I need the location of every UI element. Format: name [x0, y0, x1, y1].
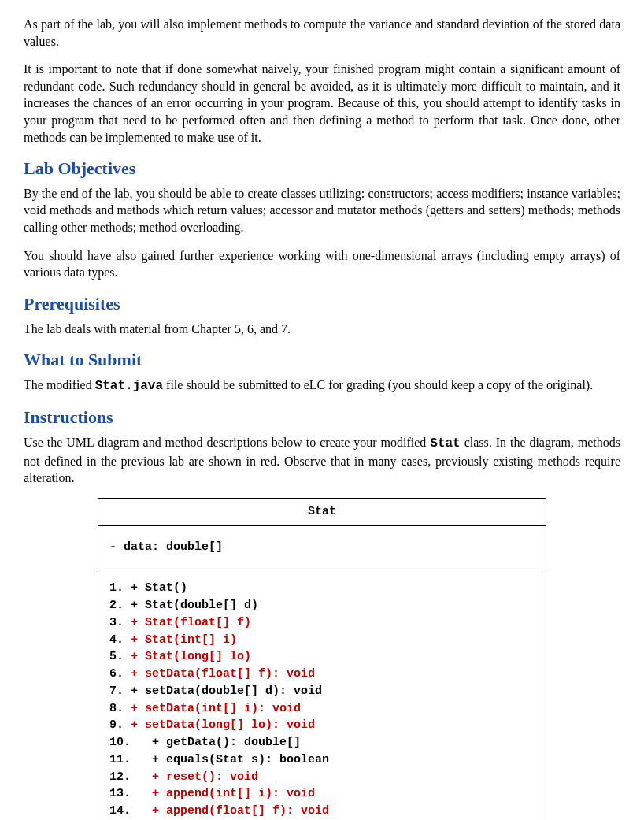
uml-method-number: 7.: [109, 685, 124, 698]
uml-method-signature: + getData(): double[]: [152, 736, 301, 749]
uml-method-row: 10. + getData(): double[]: [109, 734, 535, 751]
uml-method-signature: + append(int[] i): void: [152, 787, 315, 800]
uml-attribute-data: - data: double[]: [109, 539, 535, 556]
uml-method-row: 3. + Stat(float[] f): [109, 614, 535, 632]
uml-method-row: 7. + setData(double[] d): void: [109, 683, 535, 700]
objectives-paragraph-2: You should have also gained further expe…: [24, 247, 620, 281]
uml-method-row: 8. + setData(int[] i): void: [109, 700, 535, 718]
submit-paragraph: The modified Stat.java file should be su…: [24, 377, 620, 395]
uml-method-number: 12.: [109, 770, 131, 784]
uml-method-row: 2. + Stat(double[] d): [109, 597, 535, 614]
uml-method-number: 8.: [109, 702, 124, 715]
uml-methods: 1. + Stat()2. + Stat(double[] d)3. + Sta…: [98, 570, 546, 820]
uml-method-row: 6. + setData(float[] f): void: [109, 666, 535, 683]
uml-diagram: Stat - data: double[] 1. + Stat()2. + St…: [98, 498, 546, 820]
instructions-text-before: Use the UML diagram and method descripti…: [24, 436, 430, 449]
uml-method-number: 14.: [109, 804, 131, 818]
uml-method-signature: + Stat(int[] i): [131, 633, 237, 647]
intro-paragraph-2: It is important to note that if done som…: [24, 61, 620, 146]
uml-class-name: Stat: [98, 499, 546, 526]
uml-method-signature: + setData(float[] f): void: [131, 667, 315, 681]
uml-method-signature: + setData(long[] lo): void: [131, 718, 315, 732]
uml-method-number: 4.: [109, 633, 124, 647]
uml-method-row: 13. + append(int[] i): void: [109, 785, 535, 803]
uml-method-row: 1. + Stat(): [109, 580, 535, 597]
uml-method-number: 3.: [109, 616, 124, 629]
uml-method-number: 13.: [109, 787, 131, 800]
uml-method-number: 2.: [109, 599, 124, 612]
uml-attributes: - data: double[]: [98, 526, 546, 571]
uml-method-signature: + setData(double[] d): void: [131, 685, 322, 698]
uml-method-signature: + setData(int[] i): void: [131, 702, 301, 715]
uml-method-number: 1.: [109, 581, 124, 595]
uml-method-row: 4. + Stat(int[] i): [109, 632, 535, 649]
uml-method-signature: + Stat(): [131, 581, 187, 595]
submit-heading: What to Submit: [24, 348, 620, 372]
submit-text-before: The modified: [24, 378, 95, 391]
uml-method-signature: + Stat(double[] d): [131, 599, 258, 612]
instructions-paragraph: Use the UML diagram and method descripti…: [24, 434, 620, 487]
uml-method-row: 14. + append(float[] f): void: [109, 803, 535, 820]
uml-diagram-container: Stat - data: double[] 1. + Stat()2. + St…: [24, 498, 620, 820]
intro-paragraph-1: As part of the lab, you will also implem…: [24, 16, 620, 50]
submit-text-after: file should be submitted to eLC for grad…: [163, 378, 593, 391]
uml-method-number: 10.: [109, 736, 131, 749]
stat-java-code: Stat.java: [95, 379, 163, 393]
uml-method-signature: + Stat(long[] lo): [131, 650, 251, 663]
objectives-heading: Lab Objectives: [24, 157, 620, 180]
uml-method-row: 11. + equals(Stat s): boolean: [109, 751, 535, 769]
uml-method-number: 6.: [109, 667, 124, 681]
prerequisites-paragraph: The lab deals with material from Chapter…: [24, 321, 620, 338]
uml-method-number: 5.: [109, 650, 124, 663]
uml-method-row: 5. + Stat(long[] lo): [109, 648, 535, 666]
instructions-heading: Instructions: [24, 406, 620, 429]
uml-method-signature: + append(float[] f): void: [152, 804, 329, 818]
uml-method-signature: + reset(): void: [152, 770, 258, 784]
uml-method-row: 12. + reset(): void: [109, 769, 535, 786]
uml-method-signature: + equals(Stat s): boolean: [152, 753, 329, 766]
objectives-paragraph-1: By the end of the lab, you should be abl…: [24, 185, 620, 236]
prerequisites-heading: Prerequisites: [24, 292, 620, 316]
uml-method-number: 9.: [109, 718, 124, 732]
stat-code: Stat: [430, 436, 460, 451]
uml-method-signature: + Stat(float[] f): [131, 616, 251, 629]
uml-method-number: 11.: [109, 753, 131, 766]
uml-method-row: 9. + setData(long[] lo): void: [109, 717, 535, 734]
